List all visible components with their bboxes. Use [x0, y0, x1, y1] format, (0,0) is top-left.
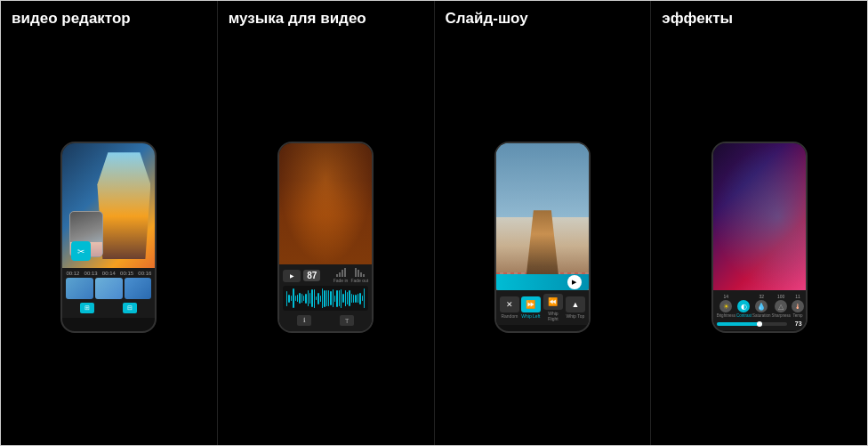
slider-fill: [717, 322, 762, 326]
wave-bar: [345, 290, 346, 306]
panel3-title: Слайд-шоу: [435, 1, 651, 33]
fade-out-label: Fade out: [350, 278, 368, 283]
time-label-5: 00:16: [138, 271, 151, 276]
clip-1[interactable]: [66, 278, 93, 299]
temp-label: Temp: [792, 313, 802, 318]
whip-top-label: Whip Top: [566, 313, 584, 319]
effect-temp[interactable]: 11 🌡 Temp: [792, 294, 804, 318]
effect-contrast[interactable]: ◐ Contrast: [736, 299, 751, 318]
slideshow-controls: ✕ Random ⏩ Whip Left ⏪ Whip Right ▲: [496, 290, 589, 325]
skater-image: [97, 152, 150, 259]
effects-controls: 14 ☀ Brightness ◐ Contrast 32 💧 Sa: [713, 290, 806, 330]
effect-sharpness[interactable]: 100 △ Sharpness: [771, 294, 791, 318]
sharpness-label: Sharpness: [771, 313, 791, 318]
effect-saturation[interactable]: 32 💧 Saturation: [752, 294, 771, 318]
wave-bar: [322, 288, 323, 308]
panel1-phone-wrapper: ✂ 00:12 00:13 00:14 00:15 00:16: [1, 33, 217, 445]
btn-whip-left[interactable]: ⏩ Whip Left: [521, 296, 541, 319]
slider-value: 73: [790, 320, 802, 327]
wave-bar: [328, 290, 329, 306]
btn-whip-top[interactable]: ▲ Whip Top: [566, 296, 585, 319]
btn-whip-right[interactable]: ⏪ Whip Right: [542, 294, 564, 321]
effect-slider[interactable]: [717, 322, 787, 326]
fade-in-label: Fade in: [334, 278, 349, 283]
panel2-phone: 87 Fade in: [277, 142, 374, 333]
panel4-screen: [713, 143, 806, 290]
saturation-icon: 💧: [755, 300, 768, 312]
wave-bar: [324, 290, 325, 307]
wave-bar: [351, 294, 352, 303]
effect-brightness[interactable]: 14 ☀ Brightness: [717, 294, 735, 318]
whip-top-icon: ▲: [566, 296, 585, 312]
btn-random[interactable]: ✕ Random: [500, 296, 519, 319]
timeline-icons: ⊞ ⊟: [66, 301, 151, 315]
wave-bar: [341, 289, 342, 308]
wave-bar: [342, 294, 343, 304]
wave-bar: [308, 290, 309, 306]
fade-bar: [363, 274, 365, 277]
wave-bar: [301, 294, 302, 302]
play-circle-btn[interactable]: ▶: [567, 275, 582, 289]
fade-bar: [344, 268, 346, 277]
effect-slider-row: 73: [717, 320, 802, 327]
wave-bar: [333, 289, 334, 307]
panel4-title: эффекты: [651, 1, 867, 33]
panel-effects: эффекты 14 ☀ Brightness ◐: [651, 1, 867, 445]
brightness-label: Brightness: [717, 313, 735, 318]
wave-bar: [286, 291, 287, 306]
panel1-phone: ✂ 00:12 00:13 00:14 00:15 00:16: [60, 142, 157, 333]
wave-bar: [330, 291, 331, 305]
time-labels: 00:12 00:13 00:14 00:15 00:16: [66, 271, 151, 276]
hair-image: [279, 143, 372, 264]
fade-labels: Fade in Fade out: [334, 268, 368, 283]
wave-bar: [311, 289, 312, 307]
wave-bar: [297, 295, 298, 302]
whip-left-label: Whip Left: [521, 313, 540, 319]
wave-bar: [353, 295, 354, 303]
random-label: Random: [501, 313, 518, 319]
timeline-icon-2[interactable]: ⊟: [123, 303, 137, 313]
panel2-phone-wrapper: 87 Fade in: [218, 33, 434, 445]
wave-bar: [316, 296, 317, 301]
panel1-title: видео редактор: [1, 1, 217, 33]
panel4-phone: 14 ☀ Brightness ◐ Contrast 32 💧 Sa: [711, 142, 808, 333]
effect-icons-row: 14 ☀ Brightness ◐ Contrast 32 💧 Sa: [717, 294, 802, 318]
saturation-label: Saturation: [752, 313, 771, 318]
wave-bar: [291, 296, 292, 301]
wave-bar: [317, 293, 318, 304]
wave-bar: [347, 292, 348, 304]
wave-bar: [336, 290, 337, 307]
panel4-phone-wrapper: 14 ☀ Brightness ◐ Contrast 32 💧 Sa: [651, 33, 867, 445]
app-container: видео редактор ✂ 00:12 00:13 00:14 00:15…: [0, 0, 868, 446]
sharpness-value: 100: [777, 294, 784, 299]
wave-bar: [320, 296, 321, 302]
temp-icon: 🌡: [792, 300, 804, 312]
panel2-title: музыка для видео: [218, 1, 434, 33]
clip-2[interactable]: [95, 278, 123, 299]
wave-bar: [299, 293, 300, 304]
panel2-screen: [279, 143, 372, 264]
waveform: [283, 286, 368, 311]
music-icon-text[interactable]: T: [340, 315, 354, 326]
panel-slideshow: Слайд-шоу ▶ ✕ Rand: [435, 1, 652, 445]
music-bottom-icons: ℹ T: [283, 313, 368, 328]
contrast-icon: ◐: [737, 300, 750, 312]
fade-in: Fade in: [334, 268, 349, 283]
time-label-4: 00:15: [120, 271, 133, 276]
music-icon-info[interactable]: ℹ: [297, 315, 311, 326]
wave-bar: [349, 290, 350, 306]
city-background: [496, 143, 589, 217]
timeline-icon-1[interactable]: ⊞: [80, 303, 94, 313]
panel3-screen: ▶: [496, 143, 589, 290]
fade-bar: [358, 270, 359, 277]
time-label-2: 00:13: [84, 271, 98, 276]
timeline: 00:12 00:13 00:14 00:15 00:16 ⊞ ⊟: [62, 268, 155, 318]
sharpness-icon: △: [775, 300, 787, 312]
panel3-phone-wrapper: ▶ ✕ Random ⏩ Whip Left ⏪: [435, 33, 651, 445]
slider-thumb[interactable]: [757, 321, 762, 327]
clip-3[interactable]: [125, 278, 152, 299]
wave-bar: [305, 294, 306, 304]
tool-icon: ✂: [71, 241, 91, 261]
play-button[interactable]: [283, 270, 301, 282]
wave-bar: [339, 290, 340, 306]
